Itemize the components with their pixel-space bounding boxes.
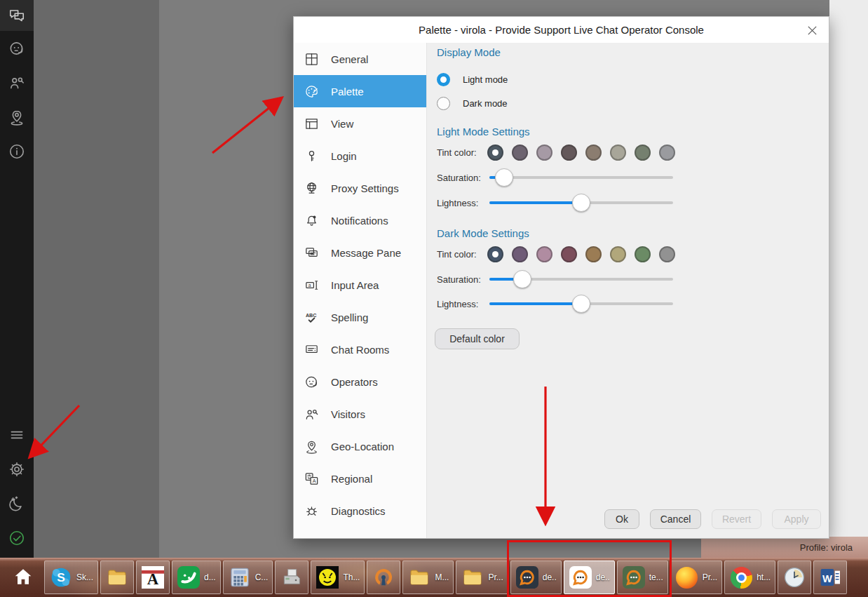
cancel-button[interactable]: Cancel <box>650 509 701 529</box>
ok-button[interactable]: Ok <box>604 509 639 529</box>
display-mode-option-dark-mode[interactable]: Dark mode <box>437 91 508 115</box>
nav-item-login[interactable]: Login <box>294 140 426 172</box>
sidebar-item-night-mode[interactable] <box>0 486 34 521</box>
nav-item-operators[interactable]: Operators <box>294 365 426 398</box>
tint-swatch[interactable] <box>659 246 675 262</box>
taskbar-item-label: C... <box>255 572 269 582</box>
svg-text:W: W <box>822 573 832 584</box>
tint-swatch[interactable] <box>536 246 552 262</box>
taskbar-item-openvpn[interactable] <box>367 561 400 594</box>
annotation-highlight-box: de..de..te... <box>510 561 668 594</box>
taskbar-item-chat-green[interactable]: te... <box>617 561 668 594</box>
hamburger-icon <box>8 426 26 444</box>
tint-swatch[interactable] <box>585 145 602 161</box>
tint-swatch[interactable] <box>635 246 651 262</box>
sidebar-item-menu[interactable] <box>0 417 34 452</box>
taskbar-item-file-explorer[interactable] <box>100 561 134 594</box>
tint-swatch[interactable] <box>635 145 651 161</box>
radio-selected-icon[interactable] <box>437 73 450 86</box>
sidebar-item-operators[interactable] <box>0 31 34 65</box>
message-pane-icon <box>304 245 320 261</box>
slider-thumb[interactable] <box>513 270 531 288</box>
nav-item-message-pane[interactable]: Message Pane <box>294 236 426 269</box>
skype-icon: S <box>49 565 73 589</box>
sidebar-item-settings[interactable] <box>0 452 34 486</box>
taskbar-item-chrome[interactable]: ht... <box>724 561 775 594</box>
dark-tint-row: Tint color: <box>437 246 675 262</box>
nav-item-chat-rooms[interactable]: Chat Rooms <box>294 333 426 365</box>
dark-lightness-row: Lightness: <box>437 295 673 313</box>
taskbar-item-chat-white[interactable]: de.. <box>564 561 615 594</box>
tint-swatch[interactable] <box>561 246 577 262</box>
nav-item-diagnostics[interactable]: Diagnostics <box>294 495 426 527</box>
tint-swatch[interactable] <box>536 145 552 161</box>
slider-thumb[interactable] <box>572 295 590 313</box>
tint-swatch-selected[interactable] <box>487 246 503 262</box>
taskbar-item-folder-pr[interactable]: Pr... <box>456 561 508 594</box>
nav-item-palette[interactable]: Palette <box>294 75 426 107</box>
nav-item-visitors[interactable]: Visitors <box>294 398 426 430</box>
taskbar-item-skype[interactable]: SSk... <box>44 561 98 594</box>
taskbar-item-word[interactable]: W <box>813 561 847 594</box>
chat-bubble-green-icon <box>622 565 646 589</box>
tint-swatch-selected[interactable] <box>487 145 503 161</box>
tint-swatch[interactable] <box>512 145 528 161</box>
display-mode-option-light-mode[interactable]: Light mode <box>437 67 508 91</box>
sidebar-item-chats[interactable] <box>0 0 34 31</box>
taskbar-item-home[interactable] <box>4 561 42 593</box>
slider-thumb[interactable] <box>572 194 590 212</box>
taskbar-item-green-app[interactable]: d... <box>172 561 221 594</box>
light-saturation-slider[interactable] <box>489 168 673 187</box>
sidebar-item-geo-location[interactable] <box>0 100 34 134</box>
nav-item-input-area[interactable]: aInput Area <box>294 269 426 301</box>
nav-item-regional[interactable]: ARegional <box>294 462 426 495</box>
profile-status: Profile: virola <box>701 537 868 558</box>
spelling-icon: ABC <box>304 309 320 326</box>
nav-item-general[interactable]: General <box>294 43 426 75</box>
tint-swatch[interactable] <box>659 145 675 161</box>
nav-item-label: Message Pane <box>331 247 401 259</box>
taskbar-item-printer[interactable] <box>275 561 308 594</box>
nav-item-label: Notifications <box>331 215 388 227</box>
taskbar-item-folder-m[interactable]: M... <box>402 561 454 594</box>
app-left-panel <box>34 0 159 558</box>
tint-swatch[interactable] <box>610 145 626 161</box>
nav-item-geo-location[interactable]: Geo-Location <box>294 430 426 462</box>
dark-saturation-slider[interactable] <box>489 270 673 288</box>
chat-bubble-white-icon <box>569 565 592 589</box>
dialog-title: Palette - virola - Provide Support Live … <box>419 24 704 36</box>
taskbar-item-chat-dark[interactable]: de.. <box>510 561 562 594</box>
close-icon[interactable] <box>802 20 822 40</box>
diagnostics-icon <box>304 503 320 519</box>
taskbar-item-firefox[interactable]: Pr... <box>670 561 722 594</box>
tint-swatch[interactable] <box>512 246 528 262</box>
chat-rooms-icon <box>304 342 320 358</box>
chrome-icon <box>729 565 753 589</box>
svg-text:S: S <box>57 570 65 584</box>
yellow-cat-icon <box>316 565 339 589</box>
light-lightness-slider[interactable] <box>489 194 673 212</box>
taskbar-item-calculator[interactable]: C... <box>223 561 273 594</box>
taskbar-item-th-app[interactable]: Th... <box>311 561 365 594</box>
display-mode-heading: Display Mode <box>437 46 501 58</box>
taskbar-item-font-viewer[interactable]: A <box>136 561 170 594</box>
nav-item-view[interactable]: View <box>294 107 426 140</box>
radio-unselected-icon[interactable] <box>437 97 450 110</box>
tint-swatch[interactable] <box>561 145 577 161</box>
nav-item-spelling[interactable]: ABCSpelling <box>294 301 426 333</box>
nav-item-proxy-settings[interactable]: Proxy Settings <box>294 172 426 204</box>
sidebar-item-visitors[interactable] <box>0 65 34 100</box>
sidebar-item-status-online[interactable] <box>0 521 34 555</box>
tint-swatch[interactable] <box>610 246 626 262</box>
openvpn-icon <box>372 565 395 589</box>
slider-thumb[interactable] <box>495 168 513 187</box>
folder-icon <box>461 565 484 589</box>
dark-lightness-slider[interactable] <box>489 295 673 313</box>
sidebar-item-info[interactable] <box>0 134 34 168</box>
geo-location-icon <box>304 438 320 455</box>
default-color-button[interactable]: Default color <box>435 328 520 349</box>
taskbar-item-clock[interactable] <box>778 561 811 594</box>
tint-swatch[interactable] <box>585 246 602 262</box>
nav-item-label: Palette <box>331 86 364 98</box>
nav-item-notifications[interactable]: Notifications <box>294 204 426 236</box>
